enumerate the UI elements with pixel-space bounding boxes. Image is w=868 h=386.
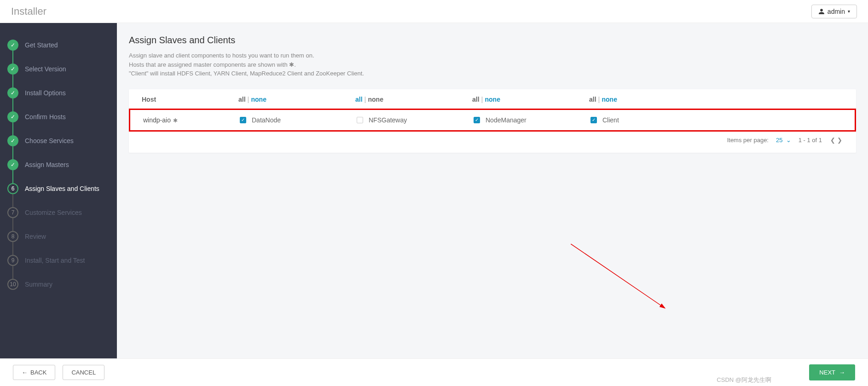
step-label: Summary	[25, 281, 52, 288]
watermark: CSDN @阿龙先生啊	[717, 376, 771, 384]
chevron-down-icon: ⌄	[786, 137, 791, 144]
step-label: Get Started	[25, 41, 58, 49]
select-none-link[interactable]: none	[602, 96, 617, 103]
step-number: 9	[7, 255, 18, 266]
table-row: windp-aio ✱✓DataNodeNFSGateway✓NodeManag…	[129, 109, 856, 132]
user-icon	[818, 8, 825, 15]
wizard-step: 6Assign Slaves and Clients	[7, 177, 110, 201]
component-checkbox[interactable]	[357, 117, 363, 123]
check-icon: ✓	[7, 159, 18, 170]
step-label: Choose Services	[25, 137, 74, 144]
caret-down-icon: ▾	[848, 9, 850, 14]
check-icon: ✓	[7, 87, 18, 98]
app-header: Installer admin ▾	[0, 0, 868, 23]
column-header-host: Host	[142, 96, 238, 103]
step-label: Customize Services	[25, 209, 82, 216]
select-all-link[interactable]: all	[472, 96, 480, 103]
step-label: Install Options	[25, 89, 66, 97]
component-label: DataNode	[252, 116, 281, 124]
step-label: Assign Masters	[25, 161, 69, 168]
select-all-link[interactable]: all	[238, 96, 246, 103]
table-header-row: Hostall|noneall|noneall|noneall|none	[129, 89, 856, 110]
wizard-step[interactable]: ✓Get Started	[7, 33, 110, 57]
wizard-step[interactable]: ✓Assign Masters	[7, 153, 110, 177]
arrow-right-icon: →	[839, 369, 845, 376]
column-header: all|none	[472, 96, 589, 103]
assignment-cell: NFSGateway	[357, 116, 474, 124]
asterisk-icon: ✱	[289, 61, 294, 68]
select-none-link[interactable]: none	[485, 96, 500, 103]
cancel-button[interactable]: CANCEL	[63, 365, 104, 380]
desc-line-2: Hosts that are assigned master component…	[129, 60, 856, 69]
component-label: NodeManager	[486, 116, 527, 124]
column-header: all|none	[238, 96, 355, 103]
component-checkbox[interactable]: ✓	[590, 117, 597, 123]
assignment-panel: Hostall|noneall|noneall|noneall|none win…	[129, 89, 856, 153]
wizard-step: 9Install, Start and Test	[7, 248, 110, 272]
wizard-step[interactable]: ✓Confirm Hosts	[7, 105, 110, 129]
desc-line-3: "Client" will install HDFS Client, YARN …	[129, 69, 856, 78]
wizard-step: 7Customize Services	[7, 201, 110, 225]
component-checkbox[interactable]: ✓	[474, 117, 480, 123]
app-title: Installer	[11, 6, 46, 17]
component-label: NFSGateway	[369, 116, 407, 124]
step-number: 7	[7, 207, 18, 218]
column-header: all|none	[589, 96, 843, 103]
wizard-step: 10Summary	[7, 272, 110, 296]
host-cell: windp-aio ✱	[143, 116, 240, 124]
prev-page-button[interactable]: ❮	[829, 137, 836, 144]
assignment-cell: ✓DataNode	[240, 116, 357, 124]
step-label: Select Version	[25, 65, 66, 73]
user-menu-button[interactable]: admin ▾	[811, 5, 857, 18]
page-title: Assign Slaves and Clients	[129, 35, 856, 46]
assignment-cell: ✓NodeManager	[474, 116, 590, 124]
step-number: 6	[7, 183, 18, 194]
wizard-step[interactable]: ✓Install Options	[7, 81, 110, 105]
column-header: all|none	[355, 96, 472, 103]
step-label: Confirm Hosts	[25, 113, 66, 121]
wizard-step[interactable]: ✓Select Version	[7, 57, 110, 81]
page-range: 1 - 1 of 1	[799, 137, 822, 144]
wizard-step: 8Review	[7, 225, 110, 248]
check-icon: ✓	[7, 63, 18, 75]
select-all-link[interactable]: all	[589, 96, 596, 103]
check-icon: ✓	[7, 135, 18, 146]
next-page-button[interactable]: ❯	[836, 137, 843, 144]
main-content: Assign Slaves and Clients Assign slave a…	[117, 23, 868, 358]
page-description: Assign slave and client components to ho…	[129, 51, 856, 78]
items-per-page-select[interactable]: 25 ⌄	[776, 137, 791, 144]
check-icon: ✓	[7, 40, 18, 51]
select-all-link[interactable]: all	[355, 96, 363, 103]
user-name: admin	[827, 8, 845, 15]
items-per-page-label: Items per page:	[727, 137, 769, 144]
arrow-left-icon: ←	[22, 369, 28, 376]
wizard-sidebar: ✓Get Started✓Select Version✓Install Opti…	[0, 23, 117, 358]
component-checkbox[interactable]: ✓	[240, 117, 246, 123]
check-icon: ✓	[7, 111, 18, 122]
desc-line-1: Assign slave and client components to ho…	[129, 51, 856, 60]
pagination: Items per page: 25 ⌄ 1 - 1 of 1 ❮❯	[129, 130, 856, 144]
page-nav: ❮❯	[829, 137, 843, 144]
next-button[interactable]: NEXT→	[809, 364, 855, 380]
step-label: Review	[25, 233, 46, 240]
master-indicator-icon: ✱	[172, 117, 178, 124]
back-button[interactable]: ←BACK	[13, 365, 55, 380]
wizard-step[interactable]: ✓Choose Services	[7, 129, 110, 153]
component-label: Client	[602, 116, 619, 124]
step-number: 10	[7, 279, 18, 290]
select-none-link[interactable]: none	[368, 96, 383, 103]
step-number: 8	[7, 231, 18, 242]
assignment-cell: ✓Client	[590, 116, 842, 124]
step-label: Install, Start and Test	[25, 257, 85, 264]
step-label: Assign Slaves and Clients	[25, 185, 99, 192]
select-none-link[interactable]: none	[251, 96, 266, 103]
